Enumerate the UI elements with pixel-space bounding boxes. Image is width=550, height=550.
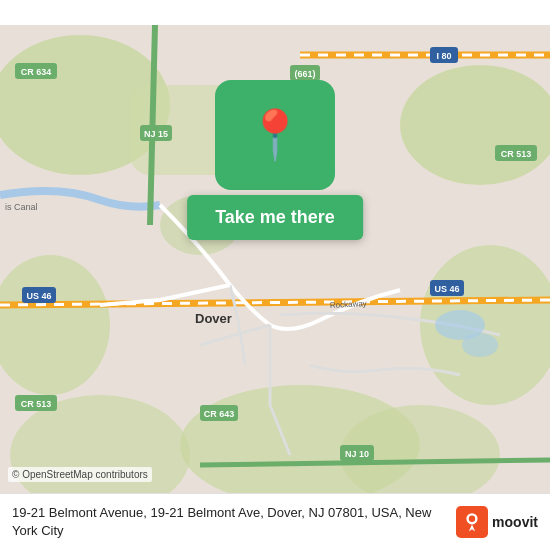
svg-text:NJ 15: NJ 15 xyxy=(144,129,168,139)
info-bar: 19-21 Belmont Avenue, 19-21 Belmont Ave,… xyxy=(0,493,550,550)
svg-point-37 xyxy=(469,515,475,521)
svg-text:US 46: US 46 xyxy=(26,291,51,301)
svg-text:CR 513: CR 513 xyxy=(21,399,52,409)
svg-point-34 xyxy=(462,333,498,357)
map-copyright: © OpenStreetMap contributors xyxy=(8,467,152,482)
location-pin-icon: 📍 xyxy=(245,111,305,159)
svg-text:CR 643: CR 643 xyxy=(204,409,235,419)
svg-text:Dover: Dover xyxy=(195,311,232,326)
svg-text:is Canal: is Canal xyxy=(5,202,38,212)
map-container: is Canal Rockaway CR 634 I 80 (661) xyxy=(0,0,550,550)
moovit-name: moovit xyxy=(492,514,538,530)
svg-text:US 46: US 46 xyxy=(434,284,459,294)
svg-text:CR 634: CR 634 xyxy=(21,67,52,77)
moovit-logo[interactable]: moovit xyxy=(456,506,538,538)
svg-text:I 80: I 80 xyxy=(436,51,451,61)
location-pin-container: 📍 xyxy=(215,80,335,190)
svg-text:NJ 10: NJ 10 xyxy=(345,449,369,459)
take-me-there-button[interactable]: Take me there xyxy=(187,195,363,240)
address-text: 19-21 Belmont Avenue, 19-21 Belmont Ave,… xyxy=(12,504,446,540)
svg-text:CR 513: CR 513 xyxy=(501,149,532,159)
moovit-icon xyxy=(456,506,488,538)
svg-text:(661): (661) xyxy=(294,69,315,79)
